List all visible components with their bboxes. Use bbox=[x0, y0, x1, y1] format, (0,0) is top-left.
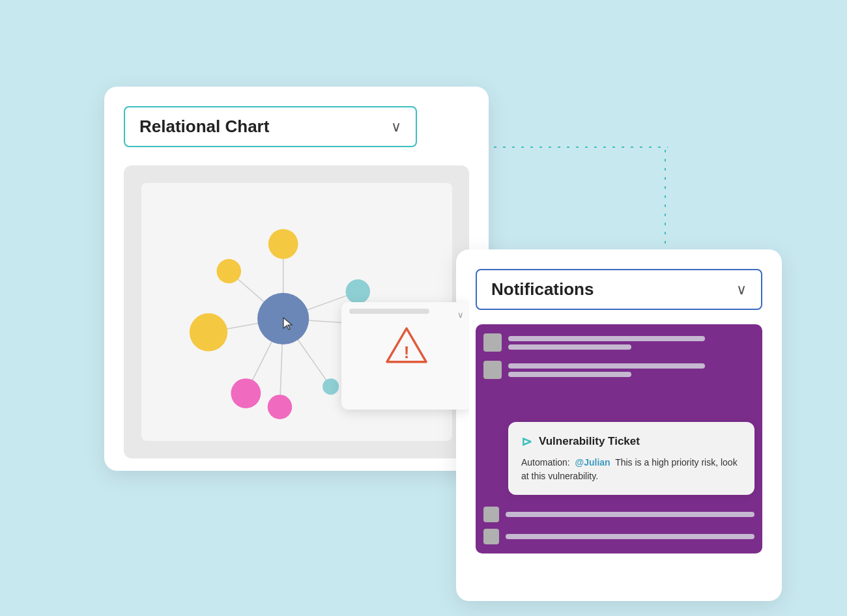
chart-inner: ∨ ! bbox=[141, 183, 452, 441]
svg-point-11 bbox=[345, 279, 370, 304]
error-popup-chevron: ∨ bbox=[457, 310, 464, 320]
notif-bottom-line-1 bbox=[506, 512, 754, 517]
notif-bottom-row-2 bbox=[483, 529, 754, 544]
vulnerability-ticket: ⊳ Vulnerability Ticket Automation: @Juli… bbox=[508, 422, 754, 495]
notif-text-1 bbox=[508, 336, 754, 350]
vuln-icon: ⊳ bbox=[521, 434, 532, 449]
svg-text:!: ! bbox=[403, 343, 409, 361]
notif-bottom-avatar-2 bbox=[483, 529, 499, 544]
notif-bottom-rows bbox=[483, 507, 754, 544]
svg-point-10 bbox=[216, 259, 241, 284]
vuln-title: Vulnerability Ticket bbox=[539, 435, 640, 448]
chart-area: ∨ ! bbox=[124, 165, 469, 458]
notif-text-2 bbox=[508, 363, 754, 377]
notif-bottom-avatar-1 bbox=[483, 507, 499, 522]
notif-avatar-2 bbox=[483, 361, 502, 379]
notif-line-2b bbox=[508, 372, 631, 377]
notifications-dropdown[interactable]: Notifications ∨ bbox=[476, 269, 762, 310]
svg-point-16 bbox=[323, 378, 339, 395]
svg-point-13 bbox=[189, 313, 227, 351]
notif-avatar-1 bbox=[483, 333, 502, 352]
notif-line-1b bbox=[508, 344, 631, 350]
notif-line-2a bbox=[508, 363, 705, 369]
notifications-chevron: ∨ bbox=[736, 281, 747, 298]
svg-point-8 bbox=[257, 293, 309, 344]
relational-chart-card: Relational Chart ∨ bbox=[104, 87, 489, 471]
notif-row-1 bbox=[483, 333, 754, 352]
notif-bottom-row-1 bbox=[483, 507, 754, 522]
warning-icon: ! bbox=[384, 326, 429, 365]
svg-point-14 bbox=[231, 378, 261, 408]
error-popup: ∨ ! bbox=[341, 302, 470, 410]
vuln-body-prefix: Automation: bbox=[521, 457, 570, 468]
notifications-card: Notifications ∨ bbox=[456, 249, 782, 601]
svg-point-9 bbox=[268, 229, 298, 259]
notifications-title: Notifications bbox=[491, 279, 594, 300]
error-icon-area: ! bbox=[349, 326, 464, 365]
relational-chart-chevron: ∨ bbox=[391, 119, 401, 135]
notif-line-1a bbox=[508, 336, 705, 341]
vuln-body: Automation: @Julian This is a high prior… bbox=[521, 456, 741, 483]
vuln-title-row: ⊳ Vulnerability Ticket bbox=[521, 434, 741, 449]
relational-chart-dropdown[interactable]: Relational Chart ∨ bbox=[124, 106, 417, 147]
svg-point-15 bbox=[267, 395, 292, 419]
notif-row-2 bbox=[483, 361, 754, 379]
notif-bottom-line-2 bbox=[506, 534, 754, 539]
error-popup-bar bbox=[349, 309, 429, 314]
vuln-mention: @Julian bbox=[575, 457, 610, 468]
relational-chart-title: Relational Chart bbox=[139, 117, 269, 137]
notifications-list: ⊳ Vulnerability Ticket Automation: @Juli… bbox=[476, 324, 762, 553]
